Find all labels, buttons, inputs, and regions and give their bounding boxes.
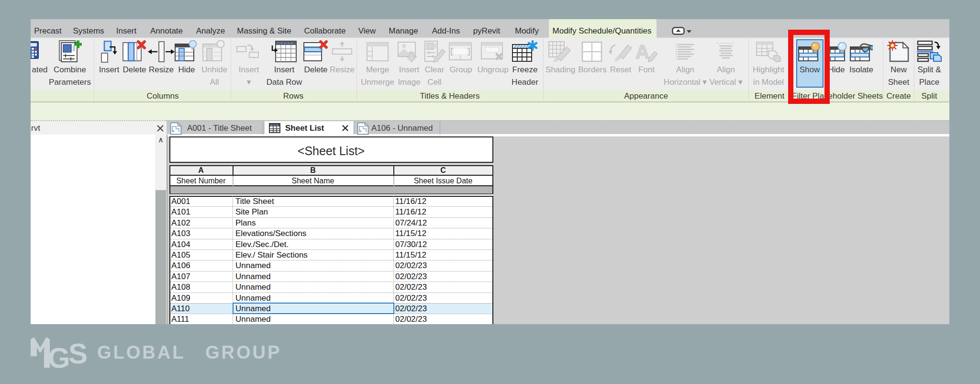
svg-text:A: A bbox=[635, 41, 649, 62]
svg-text:S: S bbox=[68, 338, 88, 370]
svg-text:G: G bbox=[48, 342, 70, 373]
